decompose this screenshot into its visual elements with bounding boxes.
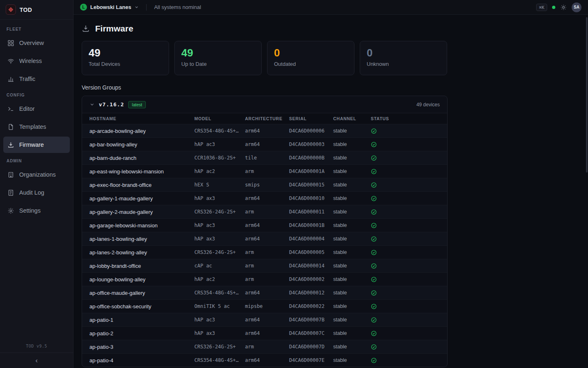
table-row[interactable]: ap-patio-3 CRS326-24G-2S+ arm D4CA6D0000… xyxy=(82,340,447,353)
version-group-panel: v7.16.2 latest 49 devices HOSTNAME MODEL… xyxy=(82,96,448,367)
table-row[interactable]: ap-patio-4 CRS354-48G-4S+… arm64 D4CA6D0… xyxy=(82,353,447,367)
sun-icon[interactable] xyxy=(560,4,567,11)
device-serial: D4CA6D000005 xyxy=(289,249,333,255)
sidebar-item-label: Audit Log xyxy=(19,189,44,196)
device-channel: stable xyxy=(333,249,371,255)
device-serial: D4CA6D00007C xyxy=(289,330,333,336)
device-model: CRS354-48G-4S+… xyxy=(194,290,245,296)
sidebar-item-overview[interactable]: Overview xyxy=(3,35,70,51)
stat-value: 0 xyxy=(367,47,440,59)
sidebar-header: TOD xyxy=(0,0,73,20)
chevron-down-icon[interactable] xyxy=(89,102,95,107)
table-row[interactable]: ap-office-sobchak-security OmniTIK 5 ac … xyxy=(82,299,447,313)
sidebar-item-wireless[interactable]: Wireless xyxy=(3,53,70,69)
sidebar-item-label: Settings xyxy=(19,207,40,214)
device-architecture: arm64 xyxy=(245,330,289,336)
table-row[interactable]: ap-lounge-bowling-alley hAP ac2 arm D4CA… xyxy=(82,272,447,286)
device-architecture: arm xyxy=(245,276,289,282)
table-row[interactable]: ap-office-maude-gallery CRS354-48G-4S+… … xyxy=(82,286,447,299)
device-channel: stable xyxy=(333,330,371,336)
stat-value: 0 xyxy=(274,47,347,59)
user-avatar[interactable]: SA xyxy=(572,2,581,12)
device-serial: D4CA6D00001B xyxy=(289,222,333,228)
content: Firmware 49 Total Devices 49 Up to Date … xyxy=(74,15,588,367)
device-model: CRS326-24G-2S+ xyxy=(194,209,245,215)
device-model: hAP ac3 xyxy=(194,222,245,228)
topbar-divider xyxy=(146,4,147,11)
main-area: L Lebowski Lanes All systems nominal ⌘K … xyxy=(74,0,588,368)
gear-icon xyxy=(7,207,14,214)
sidebar-item-templates[interactable]: Templates xyxy=(3,119,70,135)
device-architecture: arm64 xyxy=(245,236,289,242)
sidebar-nav: FLEET Overview Wireless Traffic CONFIG E… xyxy=(0,20,73,344)
status-ok-icon xyxy=(371,317,440,323)
device-model: hAP ax3 xyxy=(194,195,245,201)
sidebar-item-label: Firmware xyxy=(19,141,44,148)
sidebar-item-organizations[interactable]: Organizations xyxy=(3,166,70,183)
building-icon xyxy=(7,171,14,178)
device-serial: D4CA6D000006 xyxy=(289,128,333,134)
command-palette-shortcut[interactable]: ⌘K xyxy=(536,4,547,11)
device-hostname: ap-barn-dude-ranch xyxy=(89,155,194,161)
device-channel: stable xyxy=(333,303,371,309)
table-row[interactable]: ap-patio-1 hAP ac3 arm64 D4CA6D00007B st… xyxy=(82,313,447,326)
table-row[interactable]: ap-gallery-1-maude-gallery hAP ax3 arm64… xyxy=(82,191,447,205)
table-row[interactable]: ap-lanes-2-bowling-alley CRS326-24G-2S+ … xyxy=(82,245,447,259)
status-ok-icon xyxy=(371,263,440,269)
device-serial: D4CA6D000010 xyxy=(289,195,333,201)
sidebar-item-audit-log[interactable]: Audit Log xyxy=(3,184,70,201)
table-row[interactable]: ap-gallery-2-maude-gallery CRS326-24G-2S… xyxy=(82,205,447,218)
device-model: CCR1036-8G-2S+ xyxy=(194,155,245,161)
sidebar-item-label: Overview xyxy=(19,40,44,46)
status-ok-icon xyxy=(371,330,440,337)
device-channel: stable xyxy=(333,263,371,269)
table-row[interactable]: ap-garage-lebowski-mansion hAP ac3 arm64… xyxy=(82,218,447,232)
device-hostname: ap-office-maude-gallery xyxy=(89,290,194,296)
sidebar-item-label: Wireless xyxy=(19,58,42,64)
col-header-channel: CHANNEL xyxy=(333,116,371,121)
device-serial: D4CA6D000014 xyxy=(289,263,333,269)
device-channel: stable xyxy=(333,236,371,242)
status-ok-icon xyxy=(371,222,440,229)
device-hostname: ap-patio-1 xyxy=(89,317,194,323)
table-row[interactable]: ap-lobby-brandt-office cAP ac arm D4CA6D… xyxy=(82,259,447,272)
device-channel: stable xyxy=(333,317,371,323)
device-architecture: arm64 xyxy=(245,128,289,134)
device-channel: stable xyxy=(333,357,371,363)
sidebar-collapse-button[interactable]: ‹ xyxy=(0,352,73,368)
stat-value: 49 xyxy=(89,47,162,59)
grid-icon xyxy=(7,40,14,47)
stat-card-up-to-date: 49 Up to Date xyxy=(174,41,262,75)
table-row[interactable]: ap-patio-2 hAP ax3 arm64 D4CA6D00007C st… xyxy=(82,326,447,340)
org-switcher[interactable]: L Lebowski Lanes xyxy=(80,4,139,11)
status-ok-icon xyxy=(371,357,440,364)
device-serial: D4CA6D00007E xyxy=(289,357,333,363)
sidebar-item-traffic[interactable]: Traffic xyxy=(3,71,70,87)
scrollbar-thumb[interactable] xyxy=(586,17,588,173)
table-row[interactable]: ap-lanes-1-bowling-alley hAP ax3 arm64 D… xyxy=(82,232,447,245)
device-model: CRS326-24G-2S+ xyxy=(194,344,245,350)
sidebar-item-label: Organizations xyxy=(19,171,56,178)
logo-diamond-icon xyxy=(8,7,14,13)
section-label-admin: ADMIN xyxy=(7,159,67,163)
sidebar-item-editor[interactable]: Editor xyxy=(3,101,70,117)
device-serial: D4CA6D000004 xyxy=(289,236,333,242)
table-header-row: HOSTNAME MODEL ARCHITECTURE SERIAL CHANN… xyxy=(82,113,447,124)
table-row[interactable]: ap-barn-dude-ranch CCR1036-8G-2S+ tile D… xyxy=(82,151,447,164)
stat-card-outdated: 0 Outdated xyxy=(267,41,354,75)
table-row[interactable]: ap-east-wing-lebowski-mansion hAP ac2 ar… xyxy=(82,164,447,178)
table-body: ap-arcade-bowling-alley CRS354-48G-4S+… … xyxy=(82,124,447,367)
device-model: hAP ac2 xyxy=(194,168,245,174)
status-ok-icon xyxy=(371,276,440,283)
table-row[interactable]: ap-exec-floor-brandt-office hEX S smips … xyxy=(82,178,447,191)
device-channel: stable xyxy=(333,141,371,147)
health-status-dot xyxy=(552,6,555,9)
sidebar-item-settings[interactable]: Settings xyxy=(3,202,70,219)
device-model: hAP ac2 xyxy=(194,276,245,282)
table-row[interactable]: ap-arcade-bowling-alley CRS354-48G-4S+… … xyxy=(82,124,447,137)
status-ok-icon xyxy=(371,195,440,202)
table-row[interactable]: ap-bar-bowling-alley hAP ac3 arm64 D4CA6… xyxy=(82,137,447,151)
device-architecture: arm64 xyxy=(245,290,289,296)
sidebar-item-firmware[interactable]: Firmware xyxy=(3,137,70,153)
version-group-header[interactable]: v7.16.2 latest 49 devices xyxy=(82,96,447,113)
